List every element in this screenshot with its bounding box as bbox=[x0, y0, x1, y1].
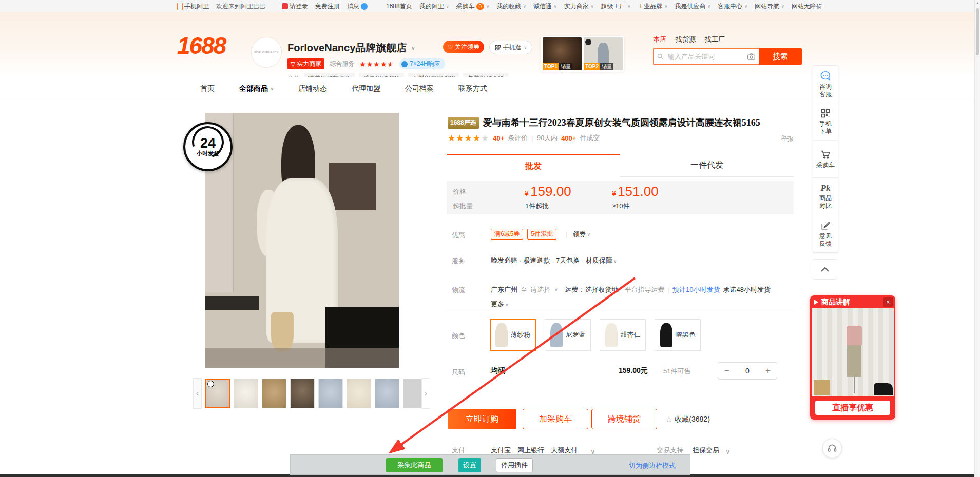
topbar: 手机阿里 欢迎来到阿里巴巴 请登录 免费注册 消息 1688首页 我的阿里∨ 采… bbox=[0, 0, 980, 13]
thumbnail-4[interactable] bbox=[290, 379, 315, 408]
top2-rank-badge: TOP2 bbox=[584, 63, 600, 70]
favorite-button[interactable]: ☆收藏(3682) bbox=[665, 414, 710, 424]
topbar-strength-merchant[interactable]: 实力商家∨ bbox=[564, 2, 594, 11]
topbar-supplier[interactable]: 我是供应商∨ bbox=[675, 2, 710, 11]
nav-home[interactable]: 首页 bbox=[200, 84, 215, 93]
nav-store-updates[interactable]: 店铺动态 bbox=[298, 84, 327, 93]
thumbs-next-button[interactable]: › bbox=[421, 378, 430, 409]
nav-all-products[interactable]: 全部商品∨ bbox=[239, 84, 274, 93]
topbar-1688-home[interactable]: 1688首页 bbox=[386, 2, 412, 11]
scroll-up-arrow[interactable]: ▲ bbox=[976, 1, 979, 5]
nav-contact[interactable]: 联系方式 bbox=[458, 84, 487, 93]
store-name[interactable]: ForloveNancy品牌旗舰店∨ bbox=[287, 41, 415, 55]
close-icon[interactable]: × bbox=[883, 297, 893, 307]
phone-icon bbox=[177, 3, 183, 10]
topbar-industry-brand[interactable]: 工业品牌∨ bbox=[638, 2, 667, 11]
camera-icon[interactable] bbox=[747, 53, 756, 61]
topbar-site-nav[interactable]: 网站导航∨ bbox=[755, 2, 784, 11]
thumbnail-strip: ‹ › bbox=[193, 378, 430, 409]
search-tab-find-goods[interactable]: 找货源 bbox=[676, 35, 696, 44]
review-count[interactable]: 40+ bbox=[493, 134, 504, 142]
logistics-more[interactable]: 更多∨ bbox=[491, 300, 509, 309]
search-button[interactable]: 搜索 bbox=[759, 48, 802, 65]
topbar-login[interactable]: 请登录 bbox=[282, 2, 308, 11]
estimate-shipping-link[interactable]: 预计10小时发货 bbox=[672, 285, 720, 294]
thumbnail-6[interactable] bbox=[347, 379, 371, 408]
thumbnail-1[interactable] bbox=[205, 379, 230, 408]
qty-minus-button[interactable]: − bbox=[718, 366, 736, 376]
topbar-chengxintong[interactable]: 诚信通∨ bbox=[533, 2, 557, 11]
sidebar-item-customer-service[interactable]: 咨询客服 bbox=[813, 66, 838, 103]
thumbs-prev-button[interactable]: ‹ bbox=[193, 378, 202, 409]
topbar-favorites[interactable]: 我的收藏∨ bbox=[496, 2, 526, 11]
thumbnail-5[interactable] bbox=[318, 379, 343, 408]
product-video-widget: 商品讲解 × 直播享优惠 bbox=[810, 295, 895, 420]
add-to-cart-button[interactable]: 加采购车 bbox=[523, 409, 588, 429]
sidebar-item-cart[interactable]: 采购车 bbox=[813, 140, 838, 177]
topbar-accessibility[interactable]: 网站无障碍 bbox=[792, 2, 822, 11]
top1-product-image[interactable]: TOP1销量 bbox=[543, 37, 582, 70]
destination-select[interactable]: 请选择 bbox=[530, 285, 550, 294]
topbar-messages[interactable]: 消息 bbox=[347, 2, 368, 11]
nav-company-profile[interactable]: 公司档案 bbox=[405, 84, 434, 93]
main-product-image[interactable] bbox=[205, 113, 399, 368]
search-input[interactable] bbox=[667, 52, 744, 61]
switch-sidebar-mode-link[interactable]: 切为侧边栏模式 bbox=[629, 461, 676, 470]
freight-text[interactable]: 运费：选择收货地 bbox=[565, 285, 619, 294]
video-preview[interactable] bbox=[812, 308, 894, 396]
tab-dropship[interactable]: 一件代发 bbox=[620, 154, 794, 177]
mobile-browse-button[interactable]: 手机逛∨ bbox=[489, 41, 532, 54]
sidebar-item-compare[interactable]: Pk 商品对比 bbox=[813, 177, 838, 215]
dress-swatch-image bbox=[495, 323, 508, 347]
color-option-3[interactable]: 甜杏仁 bbox=[600, 319, 646, 351]
topbar-mobile-ali[interactable]: 手机阿里 bbox=[177, 2, 209, 11]
store-avatar[interactable]: FORLOVENANCY bbox=[251, 37, 282, 68]
color-option-4[interactable]: 曜黑色 bbox=[655, 319, 701, 351]
topbar-service-center[interactable]: 客服中心∨ bbox=[718, 2, 747, 11]
disable-plugin-button[interactable]: 停用插件 bbox=[496, 458, 533, 472]
price-box: 价格 ¥ 159.00 ¥ 151.00 起批量 1件起批 ≥10件 bbox=[447, 181, 794, 214]
report-link[interactable]: 举报 bbox=[781, 134, 794, 143]
live-discount-button[interactable]: 直播享优惠 bbox=[815, 401, 890, 415]
qty-value[interactable]: 0 bbox=[736, 367, 759, 375]
order-now-button[interactable]: 立即订购 bbox=[448, 409, 516, 429]
page-scrollbar[interactable]: ▲ bbox=[974, 0, 980, 477]
tab-wholesale[interactable]: 批发 bbox=[447, 154, 620, 177]
sidebar-item-feedback[interactable]: 意见反馈 bbox=[813, 215, 838, 252]
logo-1688[interactable]: 1688 bbox=[177, 32, 225, 59]
plugin-settings-button[interactable]: 设置 bbox=[458, 458, 481, 472]
help-headset-button[interactable] bbox=[822, 439, 842, 458]
get-coupon-link[interactable]: 领券 bbox=[572, 230, 586, 239]
search-tab-find-factory[interactable]: 找工厂 bbox=[705, 35, 725, 44]
stock-available: 51件可售 bbox=[663, 367, 690, 376]
collect-product-button[interactable]: 采集此商品 bbox=[386, 458, 443, 472]
topbar-welcome: 欢迎来到阿里巴巴 bbox=[216, 2, 265, 11]
cross-border-button[interactable]: 跨境铺货 bbox=[591, 409, 657, 429]
nav-agency[interactable]: 代理加盟 bbox=[352, 84, 380, 93]
topbar-my-ali[interactable]: 我的阿里∨ bbox=[419, 2, 449, 11]
coupon-tag[interactable]: 5件混批 bbox=[527, 229, 556, 240]
deal-count: 400+ bbox=[561, 134, 576, 142]
coupon-tag[interactable]: 满6减5券 bbox=[491, 229, 523, 240]
top-sales-cards[interactable]: TOP1销量 TOP2销量 bbox=[541, 36, 624, 72]
topbar-register[interactable]: 免费注册 bbox=[315, 2, 340, 11]
qty-plus-button[interactable]: + bbox=[759, 366, 777, 376]
service-row[interactable]: 晚发必赔 · 极速退款 · 7天包换 · 材质保障∨ bbox=[491, 256, 617, 265]
color-option-1[interactable]: 薄纱粉 bbox=[490, 319, 536, 351]
thumbnail-2[interactable] bbox=[234, 379, 258, 408]
thumbnail-3[interactable] bbox=[262, 379, 286, 408]
collector-plugin-bar: 采集此商品 设置 停用插件 切为侧边栏模式 bbox=[290, 454, 690, 475]
back-to-top-button[interactable] bbox=[813, 259, 837, 280]
color-option-2[interactable]: 尼罗蓝 bbox=[545, 319, 591, 351]
product-rating-stars: ★★★★★★★★★★ bbox=[448, 134, 489, 143]
scrollbar-thumb[interactable] bbox=[976, 8, 979, 55]
topbar-cart[interactable]: 采购车0∨ bbox=[456, 2, 489, 11]
sidebar-item-mobile-order[interactable]: 手机下单 bbox=[813, 103, 838, 140]
topbar-super-factory[interactable]: 超级工厂∨ bbox=[601, 2, 631, 11]
price-tier-1: ¥ 159.00 bbox=[525, 184, 571, 200]
follow-coupon-button[interactable]: ♡关注领券 bbox=[443, 41, 484, 53]
top2-product-image[interactable]: TOP2销量 bbox=[584, 37, 623, 70]
search-tab-this-store[interactable]: 本店 bbox=[653, 35, 666, 44]
thumbnail-7[interactable] bbox=[375, 379, 399, 408]
trade-support-value[interactable]: 担保交易 bbox=[693, 446, 719, 455]
